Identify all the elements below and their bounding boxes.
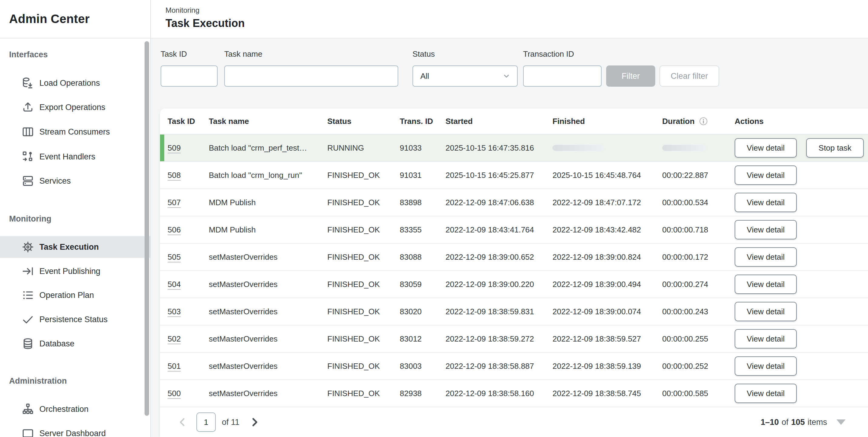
status-select[interactable]: All [412, 65, 518, 87]
task-id-link[interactable]: 509 [167, 143, 181, 153]
actions-cell: View detail [735, 384, 868, 403]
loading-skeleton [553, 145, 604, 151]
dropdown-triangle-icon [836, 419, 845, 425]
dashboard-icon [21, 427, 35, 437]
task-name-cell: setMasterOverrides [209, 252, 327, 262]
task-id-link[interactable]: 502 [167, 334, 181, 344]
col-trans-id: Trans. ID [400, 117, 445, 126]
status-cell: FINISHED_OK [327, 307, 400, 316]
task-id-link[interactable]: 501 [167, 362, 181, 371]
status-cell: FINISHED_OK [327, 334, 400, 344]
sidebar-item-label: Server Dashboard [39, 429, 106, 437]
sidebar-item-label: Orchestration [39, 405, 89, 414]
started-cell: 2025-10-15 16:45:25.877 [445, 170, 553, 180]
actions-cell: View detail [735, 193, 868, 212]
col-task-name: Task name [209, 117, 327, 126]
sidebar-item-export-operations[interactable]: Export Operations [0, 96, 150, 118]
task-id-link[interactable]: 507 [167, 198, 181, 207]
items-range: 1–10 [761, 417, 779, 427]
view-detail-button[interactable]: View detail [735, 329, 797, 348]
transaction-id-input[interactable] [523, 65, 601, 87]
view-detail-button[interactable]: View detail [735, 220, 797, 240]
task-name-input[interactable] [224, 65, 398, 87]
info-icon[interactable] [698, 116, 709, 126]
trans-id-cell: 83012 [400, 334, 445, 344]
sidebar-item-database[interactable]: Database [0, 333, 150, 354]
finished-cell: 2022-12-09 18:39:00.494 [553, 280, 662, 289]
view-detail-button[interactable]: View detail [735, 356, 797, 376]
col-actions: Actions [735, 117, 868, 126]
list-icon [21, 288, 35, 302]
view-detail-button[interactable]: View detail [735, 138, 797, 158]
task-id-link[interactable]: 506 [167, 225, 181, 235]
sidebar-item-services[interactable]: Services [0, 170, 150, 192]
items-word: items [807, 417, 827, 427]
sidebar-item-orchestration[interactable]: Orchestration [0, 398, 150, 420]
task-id-link[interactable]: 504 [167, 280, 181, 289]
admin-center-app: { "app": { "title": "Admin Center" }, "p… [0, 0, 868, 437]
sidebar-item-stream-consumers[interactable]: Stream Consumers [0, 121, 150, 143]
sidebar-item-event-handlers[interactable]: Event Handlers [0, 146, 150, 167]
table-row: 504 setMasterOverrides FINISHED_OK 83059… [160, 270, 868, 298]
sidebar-header: Admin Center [0, 0, 150, 38]
status-label: Status [412, 50, 435, 59]
status-cell: FINISHED_OK [327, 198, 400, 207]
task-id-link[interactable]: 500 [167, 389, 181, 398]
finished-cell: 2022-12-09 18:43:42.482 [553, 225, 662, 235]
sidebar-scrollbar-thumb[interactable] [145, 41, 149, 416]
task-name-cell: Batch load "crm_long_run" [209, 170, 327, 180]
view-detail-button[interactable]: View detail [735, 275, 797, 294]
trans-id-cell: 82938 [400, 389, 445, 398]
view-detail-button[interactable]: View detail [735, 193, 797, 212]
started-cell: 2022-12-09 18:38:58.160 [445, 389, 553, 398]
status-cell: FINISHED_OK [327, 362, 400, 371]
page-header: Monitoring Task Execution [151, 0, 868, 38]
finished-cell: 2022-12-09 18:47:07.172 [553, 198, 662, 207]
trans-id-cell: 91031 [400, 170, 445, 180]
view-detail-button[interactable]: View detail [735, 247, 797, 267]
started-cell: 2022-12-09 18:38:59.272 [445, 334, 553, 344]
duration-cell: 00:00:00.252 [662, 362, 735, 371]
items-of-word: of [782, 417, 788, 427]
arrow-to-bar-icon [21, 264, 35, 278]
trans-id-cell: 91033 [400, 143, 445, 153]
sidebar-item-persistence-status[interactable]: Persistence Status [0, 309, 150, 330]
sidebar-item-operation-plan[interactable]: Operation Plan [0, 284, 150, 306]
actions-cell: View detail [735, 165, 868, 185]
view-detail-button[interactable]: View detail [735, 165, 797, 185]
view-detail-button[interactable]: View detail [735, 302, 797, 321]
sidebar-item-load-operations[interactable]: Load Operations [0, 72, 150, 94]
next-page-icon[interactable] [248, 415, 261, 429]
sidebar-item-event-publishing[interactable]: Event Publishing [0, 260, 150, 282]
task-name-cell: setMasterOverrides [209, 389, 327, 398]
view-detail-button[interactable]: View detail [735, 384, 797, 403]
actions-cell: View detail [735, 220, 868, 240]
sidebar-item-server-dashboard[interactable]: Server Dashboard [0, 423, 150, 437]
sidebar-item-label: Event Handlers [39, 152, 95, 161]
finished-cell: 2022-12-09 18:39:00.824 [553, 252, 662, 262]
task-id-link[interactable]: 508 [167, 170, 181, 180]
task-id-input[interactable] [161, 65, 218, 87]
task-id-link[interactable]: 505 [167, 252, 181, 262]
task-id-link[interactable]: 503 [167, 307, 181, 316]
database-icon [21, 337, 35, 350]
columns-icon [21, 125, 35, 138]
previous-page-icon[interactable] [176, 415, 189, 429]
items-range-dropdown[interactable]: 1–10 of 105 items [761, 417, 845, 427]
page-number-input[interactable]: 1 [196, 412, 216, 432]
started-cell: 2022-12-09 18:39:00.220 [445, 280, 553, 289]
col-status: Status [327, 117, 400, 126]
started-cell: 2022-12-09 18:43:41.764 [445, 225, 553, 235]
trans-id-cell: 83020 [400, 307, 445, 316]
clear-filter-button[interactable]: Clear filter [659, 65, 719, 87]
started-cell: 2022-12-09 18:39:00.652 [445, 252, 553, 262]
main-area: Monitoring Task Execution Task ID Task n… [151, 0, 868, 437]
actions-cell: View detail [735, 356, 868, 376]
trans-id-cell: 83355 [400, 225, 445, 235]
stop-task-button[interactable]: Stop task [806, 138, 864, 158]
breadcrumb: Monitoring [165, 6, 868, 14]
filter-bar: Task ID Task name Status Transaction ID … [151, 38, 868, 108]
sidebar-item-task-execution[interactable]: Task Execution [0, 236, 150, 258]
server-stack-icon [21, 174, 35, 188]
filter-button[interactable]: Filter [606, 65, 655, 87]
